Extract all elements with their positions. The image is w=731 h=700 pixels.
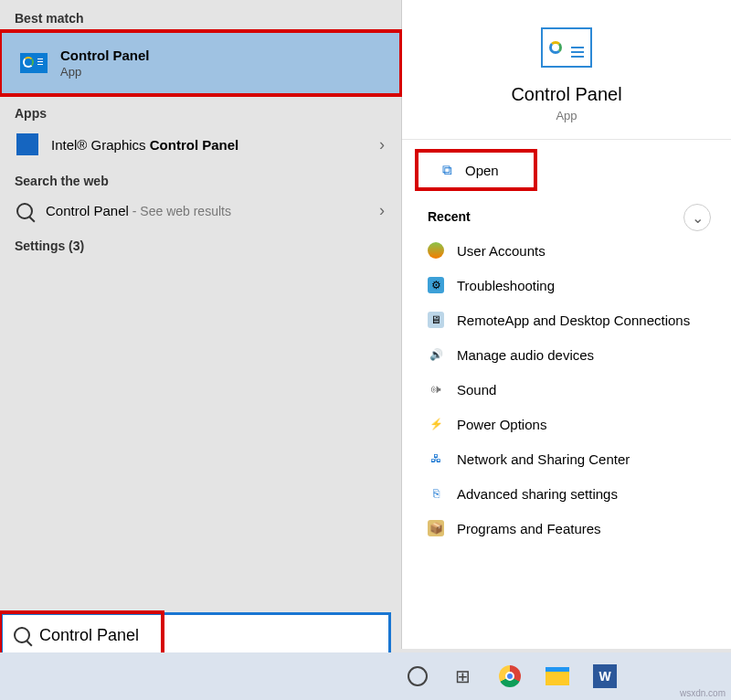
recent-label: Sound bbox=[457, 382, 496, 398]
best-match-header: Best match bbox=[0, 0, 401, 31]
user-accounts-icon bbox=[428, 242, 444, 259]
search-icon bbox=[16, 203, 33, 219]
programs-icon: 📦 bbox=[428, 520, 444, 536]
word-icon[interactable]: W bbox=[592, 663, 618, 689]
search-box[interactable] bbox=[0, 612, 391, 658]
recent-item-sound[interactable]: 🕪Sound bbox=[402, 372, 731, 407]
recent-item-network-sharing[interactable]: 🖧Network and Sharing Center bbox=[402, 441, 731, 476]
chrome-icon[interactable] bbox=[497, 663, 523, 689]
control-panel-hero-icon bbox=[541, 27, 592, 68]
recent-item-remoteapp[interactable]: 🖥RemoteApp and Desktop Connections bbox=[402, 302, 731, 337]
web-result-label: Control Panel - See web results bbox=[46, 203, 231, 218]
apps-result-intel-graphics[interactable]: Intel® Graphics Control Panel › bbox=[0, 126, 401, 163]
open-icon: ⧉ bbox=[442, 162, 452, 178]
sound-icon: 🕪 bbox=[428, 381, 444, 398]
recent-header: Recent bbox=[402, 200, 731, 233]
recent-item-manage-audio[interactable]: 🔊Manage audio devices bbox=[402, 337, 731, 372]
actions-section: ⧉ Open ⌄ bbox=[402, 140, 731, 200]
power-icon: ⚡ bbox=[428, 416, 444, 432]
open-label: Open bbox=[465, 163, 499, 178]
open-button[interactable]: ⧉ Open bbox=[417, 151, 535, 189]
audio-icon: 🔊 bbox=[428, 346, 444, 363]
recent-label: Power Options bbox=[457, 417, 546, 432]
hero-section: Control Panel App bbox=[402, 0, 731, 140]
recent-label: Programs and Features bbox=[457, 521, 601, 536]
apps-header: Apps bbox=[0, 95, 401, 126]
search-web-header: Search the web bbox=[0, 163, 401, 194]
apps-result-label: Intel® Graphics Control Panel bbox=[51, 137, 238, 153]
recent-label: RemoteApp and Desktop Connections bbox=[457, 313, 690, 328]
recent-label: Manage audio devices bbox=[457, 347, 594, 363]
recent-label: Network and Sharing Center bbox=[457, 451, 630, 467]
cortana-icon[interactable] bbox=[408, 666, 428, 686]
recent-label: User Accounts bbox=[457, 243, 546, 259]
search-results-pane: Best match Control Panel App Apps Intel®… bbox=[0, 0, 402, 649]
recent-item-troubleshooting[interactable]: ⚙Troubleshooting bbox=[402, 268, 731, 302]
network-icon: 🖧 bbox=[428, 451, 444, 467]
recent-item-power-options[interactable]: ⚡Power Options bbox=[402, 407, 731, 441]
best-match-result[interactable]: Control Panel App bbox=[0, 31, 401, 95]
control-panel-icon bbox=[20, 53, 48, 73]
hero-subtitle: App bbox=[556, 109, 577, 122]
sharing-icon: ⎘ bbox=[428, 485, 444, 502]
best-match-title: Control Panel bbox=[60, 48, 150, 63]
search-icon bbox=[14, 627, 30, 643]
remoteapp-icon: 🖥 bbox=[428, 312, 444, 328]
hero-title: Control Panel bbox=[511, 84, 621, 105]
best-match-subtitle: App bbox=[60, 65, 150, 79]
recent-item-programs-features[interactable]: 📦Programs and Features bbox=[402, 511, 731, 546]
troubleshooting-icon: ⚙ bbox=[428, 277, 444, 293]
file-explorer-icon[interactable] bbox=[545, 663, 570, 689]
task-view-icon[interactable]: ⊞ bbox=[450, 663, 475, 689]
chevron-right-icon: › bbox=[379, 135, 385, 154]
web-result-control-panel[interactable]: Control Panel - See web results › bbox=[0, 194, 401, 228]
recent-item-user-accounts[interactable]: User Accounts bbox=[402, 233, 731, 268]
expand-button[interactable]: ⌄ bbox=[683, 204, 711, 231]
settings-header[interactable]: Settings (3) bbox=[0, 228, 401, 259]
watermark: wsxdn.com bbox=[680, 688, 726, 698]
taskbar: ⊞ W bbox=[0, 652, 731, 700]
recent-label: Troubleshooting bbox=[457, 278, 555, 293]
search-input[interactable] bbox=[39, 626, 377, 645]
chevron-right-icon: › bbox=[379, 201, 385, 220]
recent-list: Recent User Accounts ⚙Troubleshooting 🖥R… bbox=[402, 200, 731, 555]
recent-item-advanced-sharing[interactable]: ⎘Advanced sharing settings bbox=[402, 476, 731, 511]
chevron-down-icon: ⌄ bbox=[692, 209, 704, 227]
intel-icon bbox=[16, 133, 38, 155]
details-pane: Control Panel App ⧉ Open ⌄ Recent User A… bbox=[402, 0, 731, 649]
recent-label: Advanced sharing settings bbox=[457, 486, 618, 502]
